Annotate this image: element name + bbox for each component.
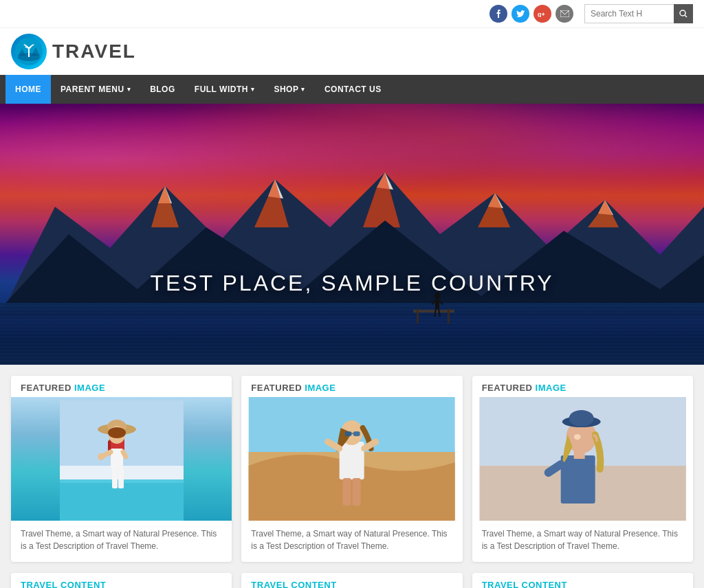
travel-card-3-header: TRAVEL CONTENT <box>472 573 693 588</box>
hero-title: TEST PLACE, SAMPLE COUNTRY <box>150 271 553 296</box>
chevron-down-icon: ▾ <box>251 86 255 93</box>
featured-cards-grid: FEATURED IMAGE <box>11 376 693 562</box>
travel-card-3: TRAVEL CONTENT <box>472 573 693 588</box>
svg-line-42 <box>123 452 126 457</box>
svg-rect-50 <box>345 431 352 436</box>
svg-rect-51 <box>353 431 360 436</box>
social-icons: g+ <box>490 5 573 23</box>
google-plus-icon[interactable]: g+ <box>534 5 551 23</box>
search-button[interactable] <box>674 4 693 23</box>
twitter-icon[interactable] <box>512 5 529 23</box>
nav-full-width[interactable]: FULL WIDTH ▾ <box>185 75 265 104</box>
top-bar: g+ <box>0 0 704 28</box>
nav-home[interactable]: HOME <box>6 75 51 104</box>
card-1-description: Travel Theme, a Smart way of Natural Pre… <box>11 521 232 562</box>
card-2-image <box>241 397 462 521</box>
featured-card-2: FEATURED IMAGE <box>241 376 462 562</box>
svg-line-26 <box>432 301 435 304</box>
card-2-description: Travel Theme, a Smart way of Natural Pre… <box>241 521 462 562</box>
card-1-header: FEATURED IMAGE <box>11 376 232 397</box>
hero-section: TEST PLACE, SAMPLE COUNTRY <box>0 104 704 365</box>
svg-point-2 <box>680 10 685 16</box>
svg-line-27 <box>439 301 443 304</box>
svg-rect-48 <box>340 442 364 479</box>
svg-rect-45 <box>118 468 124 488</box>
svg-rect-25 <box>435 299 439 309</box>
svg-rect-55 <box>343 478 351 506</box>
email-icon[interactable] <box>556 5 573 23</box>
card-1-image <box>11 397 232 521</box>
nav-contact[interactable]: CONTACT US <box>315 75 391 104</box>
search-input[interactable] <box>584 4 674 23</box>
travel-card-2-header: TRAVEL CONTENT <box>241 573 462 588</box>
svg-point-40 <box>108 427 126 438</box>
search-bar <box>584 4 693 23</box>
card-3-image <box>472 397 693 521</box>
facebook-icon[interactable] <box>490 5 507 23</box>
svg-rect-22 <box>417 308 419 324</box>
logo[interactable]: TRAVEL <box>11 34 136 69</box>
featured-card-3: FEATURED IMAGE <box>472 376 693 562</box>
svg-text:g+: g+ <box>538 11 545 17</box>
svg-point-64 <box>569 410 593 427</box>
svg-rect-60 <box>560 455 595 504</box>
svg-rect-23 <box>448 308 450 324</box>
travel-card-1-header: TRAVEL CONTENT <box>11 573 232 588</box>
svg-point-65 <box>573 434 580 440</box>
logo-icon <box>11 34 47 69</box>
travel-card-1: TRAVEL CONTENT <box>11 573 232 588</box>
nav-shop[interactable]: SHOP ▾ <box>264 75 315 104</box>
travel-cards-grid: TRAVEL CONTENT <box>11 573 693 588</box>
card-3-description: Travel Theme, a Smart way of Natural Pre… <box>472 521 693 562</box>
chevron-down-icon: ▾ <box>301 86 305 93</box>
svg-rect-56 <box>353 478 361 506</box>
nav-blog[interactable]: BLOG <box>140 75 185 104</box>
travel-card-2: TRAVEL CONTENT <box>241 573 462 588</box>
chevron-down-icon: ▾ <box>127 86 131 93</box>
featured-card-1: FEATURED IMAGE <box>11 376 232 562</box>
main-content: FEATURED IMAGE <box>0 365 704 588</box>
nav-parent-menu[interactable]: PARENT MENU ▾ <box>51 75 140 104</box>
card-3-header: FEATURED IMAGE <box>472 376 693 397</box>
svg-point-43 <box>98 453 104 460</box>
logo-text: TRAVEL <box>52 41 136 63</box>
svg-line-3 <box>685 15 687 17</box>
main-nav: HOME PARENT MENU ▾ BLOG FULL WIDTH ▾ SHO… <box>0 75 704 104</box>
svg-rect-44 <box>112 468 118 488</box>
card-2-header: FEATURED IMAGE <box>241 376 462 397</box>
site-header: TRAVEL <box>0 28 704 75</box>
